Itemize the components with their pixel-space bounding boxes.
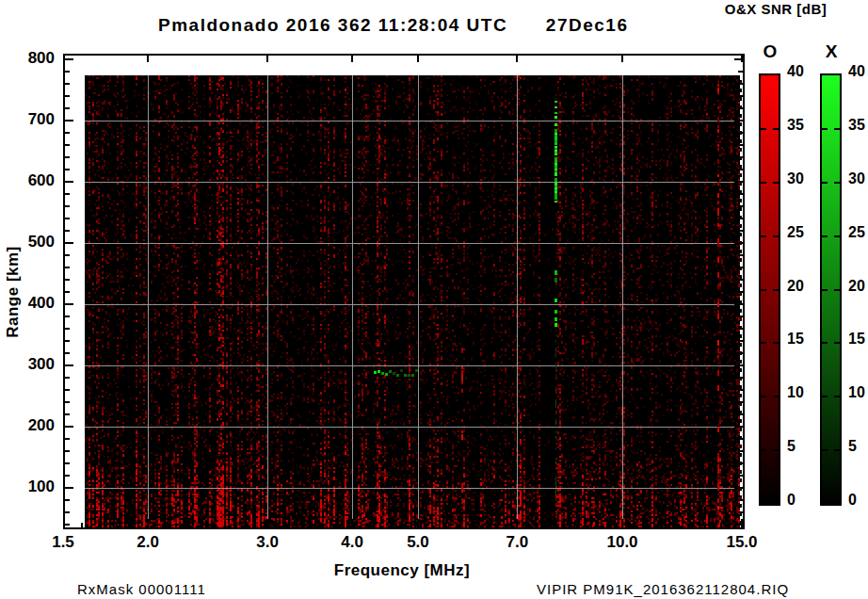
- colorbar-x-header: X: [811, 41, 852, 62]
- colorbar-tick-label: 35: [848, 117, 868, 134]
- colorbar-title: O&X SNR [dB]: [683, 1, 868, 17]
- x-tick-label: 2.0: [120, 533, 176, 552]
- colorbar-tick-dash: [834, 128, 840, 130]
- x-tick-label: 1.5: [35, 533, 91, 552]
- x-tick-label: 7.0: [489, 533, 545, 552]
- colorbar-tick-dash: [822, 396, 828, 397]
- colorbar-x-gradient: [820, 73, 842, 506]
- y-tick-label: 300: [2, 355, 55, 374]
- colorbar-tick-label: 5: [787, 438, 819, 455]
- colorbar-tick-dash: [761, 342, 766, 344]
- colorbar-tick-dash: [773, 289, 779, 291]
- colorbar-tick-dash: [773, 449, 779, 451]
- ionogram-figure: Pmaldonado 2016 362 11:28:04 UTC 27Dec16…: [0, 0, 868, 599]
- colorbar-o-header: O: [749, 41, 791, 62]
- colorbar-tick-dash: [822, 128, 828, 130]
- colorbar-tick-label: 25: [848, 224, 868, 241]
- y-tick-label: 600: [2, 171, 55, 190]
- colorbar-tick-label: 20: [848, 278, 868, 295]
- colorbar-tick-dash: [773, 396, 779, 397]
- colorbar-tick-label: 25: [787, 224, 819, 241]
- x-tick-label: 4.0: [324, 533, 380, 552]
- x-tick-label: 3.0: [239, 533, 296, 552]
- colorbar-tick-dash: [773, 235, 779, 237]
- colorbar-tick-label: 5: [848, 438, 868, 455]
- colorbar-tick-dash: [822, 182, 828, 184]
- colorbar-tick-label: 40: [787, 63, 819, 80]
- x-tick-label: 10.0: [594, 533, 651, 552]
- colorbar-tick-dash: [834, 396, 840, 397]
- colorbar-tick-dash: [761, 449, 766, 451]
- colorbar-tick-dash: [773, 342, 779, 344]
- y-tick-label: 100: [2, 478, 55, 496]
- colorbar-tick-label: 35: [787, 117, 819, 134]
- colorbar-tick-label: 15: [848, 331, 868, 348]
- y-axis-label: Range [km]: [4, 235, 23, 348]
- x-axis-label: Frequency [MHz]: [308, 561, 496, 580]
- page-title: Pmaldonado 2016 362 11:28:04 UTC 27Dec16: [158, 15, 628, 36]
- colorbar-tick-dash: [834, 449, 840, 451]
- colorbar-o-gradient: [759, 73, 780, 506]
- colorbar-tick-label: 40: [848, 63, 868, 80]
- colorbar-tick-dash: [822, 342, 828, 344]
- colorbar-tick-dash: [761, 182, 766, 184]
- colorbar-tick-dash: [761, 396, 766, 397]
- colorbar-tick-dash: [834, 182, 840, 184]
- colorbar-tick-dash: [773, 128, 779, 130]
- colorbar-tick-dash: [822, 289, 828, 291]
- colorbar-tick-dash: [761, 128, 766, 130]
- colorbar-tick-dash: [761, 235, 766, 237]
- colorbar-tick-label: 10: [787, 384, 819, 401]
- colorbar-tick-label: 0: [787, 492, 819, 509]
- colorbar-tick-label: 20: [787, 278, 819, 295]
- colorbar-tick-dash: [773, 182, 779, 184]
- colorbar-tick-dash: [822, 235, 828, 237]
- colorbar-tick-label: 30: [848, 170, 868, 187]
- colorbar-tick-label: 15: [787, 331, 819, 348]
- y-tick-label: 700: [2, 110, 55, 129]
- colorbar-tick-dash: [834, 342, 840, 344]
- colorbar-tick-label: 30: [787, 170, 819, 187]
- colorbar-tick-dash: [834, 289, 840, 291]
- x-tick-label: 15.0: [714, 533, 770, 552]
- datafile-footer: VIPIR PM91K_2016362112804.RIQ: [537, 581, 789, 597]
- y-tick-label: 200: [2, 416, 55, 435]
- colorbar-tick-dash: [834, 235, 840, 237]
- colorbar-tick-label: 10: [848, 384, 868, 401]
- rxmask-footer: RxMask 00001111: [77, 581, 206, 597]
- y-tick-label: 800: [2, 49, 55, 68]
- colorbar-tick-dash: [822, 449, 828, 451]
- colorbar-tick-label: 0: [848, 492, 868, 509]
- colorbar-tick-dash: [761, 289, 766, 291]
- x-tick-label: 5.0: [390, 533, 446, 552]
- ionogram-heatmap: [63, 54, 745, 529]
